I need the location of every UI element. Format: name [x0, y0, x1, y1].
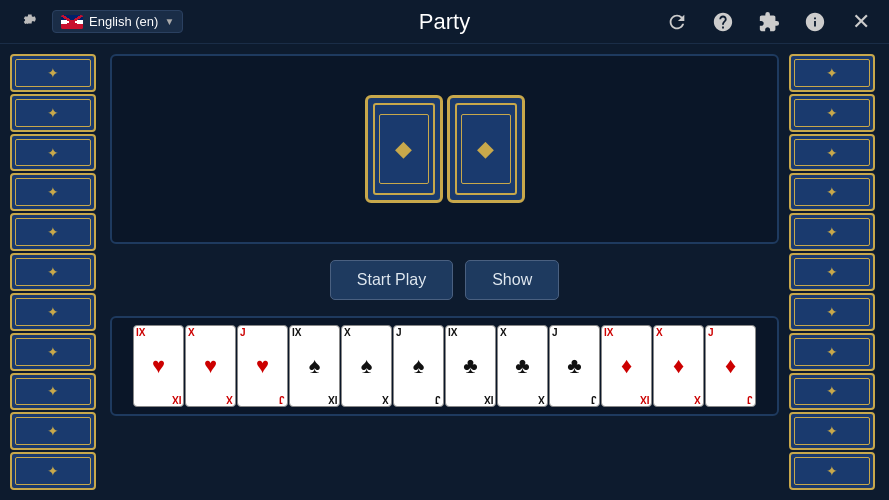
settings-button[interactable]	[14, 8, 42, 36]
right-stack-card	[789, 452, 875, 490]
right-stack-card	[789, 412, 875, 450]
right-stack-card	[789, 253, 875, 291]
info-button[interactable]	[801, 8, 829, 36]
hand-card-5[interactable]: J ♠ J	[393, 325, 444, 407]
page-title: Party	[419, 9, 470, 35]
left-stack-card	[10, 253, 96, 291]
play-area	[110, 54, 779, 244]
hand-cards: IX ♥ IX X ♥ X J ♥ J IX ♠ IX X ♠ X J ♠	[133, 325, 756, 407]
right-stack-card	[789, 293, 875, 331]
chevron-down-icon: ▼	[164, 16, 174, 27]
language-label: English (en)	[89, 14, 158, 29]
right-stack-card	[789, 94, 875, 132]
left-stack-card	[10, 134, 96, 172]
close-button[interactable]: ✕	[847, 8, 875, 36]
left-stack-card	[10, 452, 96, 490]
action-buttons: Start Play Show	[330, 260, 559, 300]
left-stack-card	[10, 54, 96, 92]
hand-card-1[interactable]: X ♥ X	[185, 325, 236, 407]
hand-card-2[interactable]: J ♥ J	[237, 325, 288, 407]
plugin-button[interactable]	[755, 8, 783, 36]
right-stack-card	[789, 333, 875, 371]
hand-card-0[interactable]: IX ♥ IX	[133, 325, 184, 407]
hand-card-7[interactable]: X ♣ X	[497, 325, 548, 407]
right-stack-card	[789, 54, 875, 92]
show-button[interactable]: Show	[465, 260, 559, 300]
left-stack-card	[10, 173, 96, 211]
right-stack-card	[789, 173, 875, 211]
left-card-stack	[10, 54, 100, 490]
card-back-2	[447, 95, 525, 203]
center-cards	[365, 95, 525, 203]
left-stack-card	[10, 412, 96, 450]
hand-card-3[interactable]: IX ♠ IX	[289, 325, 340, 407]
header-right: ✕	[663, 8, 875, 36]
left-stack-card	[10, 373, 96, 411]
header: English (en) ▼ Party ✕	[0, 0, 889, 44]
start-play-button[interactable]: Start Play	[330, 260, 453, 300]
center-area: Start Play Show IX ♥ IX X ♥ X J ♥ J IX ♠…	[110, 54, 779, 490]
language-selector[interactable]: English (en) ▼	[52, 10, 183, 33]
hand-card-6[interactable]: IX ♣ IX	[445, 325, 496, 407]
right-card-stack	[789, 54, 879, 490]
hand-card-11[interactable]: J ♦ J	[705, 325, 756, 407]
main-area: Start Play Show IX ♥ IX X ♥ X J ♥ J IX ♠…	[0, 44, 889, 500]
hand-area: IX ♥ IX X ♥ X J ♥ J IX ♠ IX X ♠ X J ♠	[110, 316, 779, 416]
flag-icon	[61, 15, 83, 29]
hand-card-8[interactable]: J ♣ J	[549, 325, 600, 407]
refresh-button[interactable]	[663, 8, 691, 36]
card-back-1	[365, 95, 443, 203]
header-left: English (en) ▼	[14, 8, 183, 36]
right-stack-card	[789, 134, 875, 172]
hand-card-4[interactable]: X ♠ X	[341, 325, 392, 407]
left-stack-card	[10, 94, 96, 132]
left-stack-card	[10, 213, 96, 251]
hand-card-10[interactable]: X ♦ X	[653, 325, 704, 407]
right-stack-card	[789, 373, 875, 411]
left-stack-card	[10, 333, 96, 371]
left-stack-card	[10, 293, 96, 331]
hand-card-9[interactable]: IX ♦ IX	[601, 325, 652, 407]
right-stack-card	[789, 213, 875, 251]
help-button[interactable]	[709, 8, 737, 36]
